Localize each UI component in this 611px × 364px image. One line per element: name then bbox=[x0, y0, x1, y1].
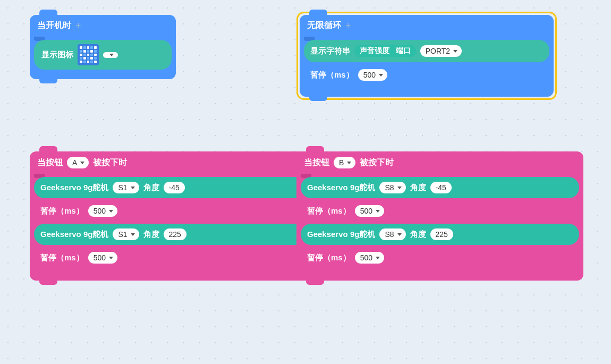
group-when-start: 当开机时 + 显示图标 bbox=[30, 15, 176, 79]
hat-when-start-label: 当开机时 bbox=[37, 20, 71, 31]
servo-a-label-2: Geekservo 9g舵机 bbox=[40, 230, 108, 240]
hat-button-b-label: 当按钮 bbox=[304, 157, 329, 168]
chevron-down-icon bbox=[131, 187, 135, 189]
pause-b-block-2[interactable]: 暂停（ms） 500 bbox=[301, 247, 579, 268]
pause-b-label-2: 暂停（ms） bbox=[307, 253, 351, 263]
chevron-down-icon bbox=[376, 257, 380, 259]
chevron-down-icon bbox=[397, 233, 402, 236]
body-infinite-loop: 显示字符串 声音强度 端口 PORT2 暂停（ms） 500 bbox=[300, 37, 554, 97]
servo-a-label-1: Geekservo 9g舵机 bbox=[40, 183, 108, 193]
servo-a-block-1[interactable]: Geekservo 9g舵机 S1 角度 -45 bbox=[34, 177, 312, 198]
servo-b-label-2: Geekservo 9g舵机 bbox=[307, 230, 375, 240]
button-a-value: A bbox=[72, 158, 77, 167]
chevron-down-icon bbox=[109, 210, 113, 213]
chevron-down-icon bbox=[109, 54, 114, 56]
port-dropdown[interactable]: PORT2 bbox=[420, 45, 462, 57]
hat-button-a[interactable]: 当按钮 A 被按下时 bbox=[30, 151, 317, 174]
port-value: PORT2 bbox=[426, 47, 450, 55]
servo-b-port-dropdown-2[interactable]: S8 bbox=[379, 228, 405, 240]
pause-a-block-1[interactable]: 暂停（ms） 500 bbox=[34, 200, 312, 222]
servo-a-port-2: S1 bbox=[118, 230, 127, 239]
pause-a-label-2: 暂停（ms） bbox=[40, 253, 84, 263]
pause-b-dropdown-1[interactable]: 500 bbox=[355, 205, 384, 217]
chevron-down-icon bbox=[80, 162, 84, 164]
servo-b-block-1[interactable]: Geekservo 9g舵机 S8 角度 -45 bbox=[301, 177, 579, 198]
pause-b-value-2: 500 bbox=[360, 253, 372, 262]
servo-b-angle-label-2: 角度 bbox=[410, 230, 426, 240]
chevron-down-icon bbox=[397, 187, 402, 189]
pause-label: 暂停（ms） bbox=[310, 70, 354, 80]
hat-button-b[interactable]: 当按钮 B 被按下时 bbox=[296, 151, 583, 174]
hat-button-b-suffix: 被按下时 bbox=[360, 157, 394, 168]
group-button-a: 当按钮 A 被按下时 Geekservo 9g舵机 S1 角度 -45 暂停（m… bbox=[30, 151, 317, 281]
chevron-down-icon bbox=[131, 233, 135, 236]
group-button-b: 当按钮 B 被按下时 Geekservo 9g舵机 S8 角度 -45 暂停（m… bbox=[296, 151, 583, 281]
hat-when-start[interactable]: 当开机时 + bbox=[30, 15, 176, 37]
button-b-dropdown[interactable]: B bbox=[334, 157, 355, 168]
servo-b-angle-value-2: 225 bbox=[430, 228, 453, 240]
group-infinite-loop: 无限循环 + 显示字符串 声音强度 端口 PORT2 bbox=[296, 12, 557, 100]
servo-a-angle-label-1: 角度 bbox=[143, 183, 159, 193]
servo-a-block-2[interactable]: Geekservo 9g舵机 S1 角度 225 bbox=[34, 224, 312, 245]
chevron-down-icon bbox=[347, 162, 351, 164]
show-string-label: 显示字符串 bbox=[310, 46, 350, 56]
pause-a-block-2[interactable]: 暂停（ms） 500 bbox=[34, 247, 312, 268]
pause-value: 500 bbox=[363, 71, 376, 79]
chevron-down-icon bbox=[453, 50, 457, 53]
pause-b-label-1: 暂停（ms） bbox=[307, 206, 351, 216]
show-string-block[interactable]: 显示字符串 声音强度 端口 PORT2 bbox=[304, 40, 549, 62]
pause-b-block-1[interactable]: 暂停（ms） 500 bbox=[301, 200, 579, 222]
chevron-down-icon bbox=[379, 74, 383, 77]
servo-b-port-2: S8 bbox=[385, 230, 394, 239]
servo-b-port-1: S8 bbox=[385, 183, 394, 192]
body-when-start: 显示图标 bbox=[30, 37, 176, 79]
pause-a-label-1: 暂停（ms） bbox=[40, 206, 84, 216]
pause-a-dropdown-1[interactable]: 500 bbox=[88, 205, 117, 217]
body-button-b: Geekservo 9g舵机 S8 角度 -45 暂停（ms） 500 Geek… bbox=[296, 174, 583, 281]
pause-a-dropdown-2[interactable]: 500 bbox=[88, 252, 117, 264]
servo-b-angle-value-1: -45 bbox=[430, 182, 452, 193]
sensor-pill[interactable]: 声音强度 端口 bbox=[354, 45, 416, 57]
hat-infinite-loop[interactable]: 无限循环 + bbox=[300, 15, 554, 37]
matrix-dropdown[interactable] bbox=[103, 52, 118, 58]
button-b-value: B bbox=[339, 158, 344, 167]
plus-icon: + bbox=[345, 20, 351, 31]
servo-b-angle-label-1: 角度 bbox=[410, 183, 426, 193]
show-icon-block[interactable]: 显示图标 bbox=[34, 40, 172, 70]
sensor-label: 声音强度 bbox=[360, 46, 389, 55]
chevron-down-icon bbox=[109, 257, 113, 259]
servo-b-port-dropdown-1[interactable]: S8 bbox=[379, 182, 405, 193]
servo-b-label-1: Geekservo 9g舵机 bbox=[307, 183, 375, 193]
button-a-dropdown[interactable]: A bbox=[67, 157, 89, 168]
pause-block-1[interactable]: 暂停（ms） 500 bbox=[304, 64, 549, 86]
servo-a-angle-value-1: -45 bbox=[164, 182, 185, 193]
pause-a-value-2: 500 bbox=[94, 253, 106, 262]
hat-button-a-suffix: 被按下时 bbox=[93, 157, 127, 168]
yellow-outline: 无限循环 + 显示字符串 声音强度 端口 PORT2 bbox=[296, 12, 557, 100]
servo-a-port-1: S1 bbox=[118, 183, 127, 192]
pause-b-dropdown-2[interactable]: 500 bbox=[355, 252, 384, 264]
servo-a-port-dropdown-2[interactable]: S1 bbox=[113, 228, 139, 240]
servo-a-port-dropdown-1[interactable]: S1 bbox=[113, 182, 139, 193]
port-label: 端口 bbox=[396, 46, 411, 55]
body-button-a: Geekservo 9g舵机 S1 角度 -45 暂停（ms） 500 Geek… bbox=[30, 174, 317, 281]
pause-b-value-1: 500 bbox=[360, 207, 372, 215]
matrix-icon[interactable] bbox=[78, 44, 99, 65]
chevron-down-icon bbox=[376, 210, 380, 213]
pause-dropdown[interactable]: 500 bbox=[358, 69, 387, 81]
hat-button-a-label: 当按钮 bbox=[37, 157, 63, 168]
servo-a-angle-value-2: 225 bbox=[164, 228, 186, 240]
hat-infinite-loop-label: 无限循环 bbox=[307, 20, 341, 31]
pause-a-value-1: 500 bbox=[94, 207, 106, 215]
plus-icon: + bbox=[75, 20, 81, 31]
servo-a-angle-label-2: 角度 bbox=[143, 230, 159, 240]
servo-b-block-2[interactable]: Geekservo 9g舵机 S8 角度 225 bbox=[301, 224, 579, 245]
show-icon-label: 显示图标 bbox=[41, 50, 73, 60]
